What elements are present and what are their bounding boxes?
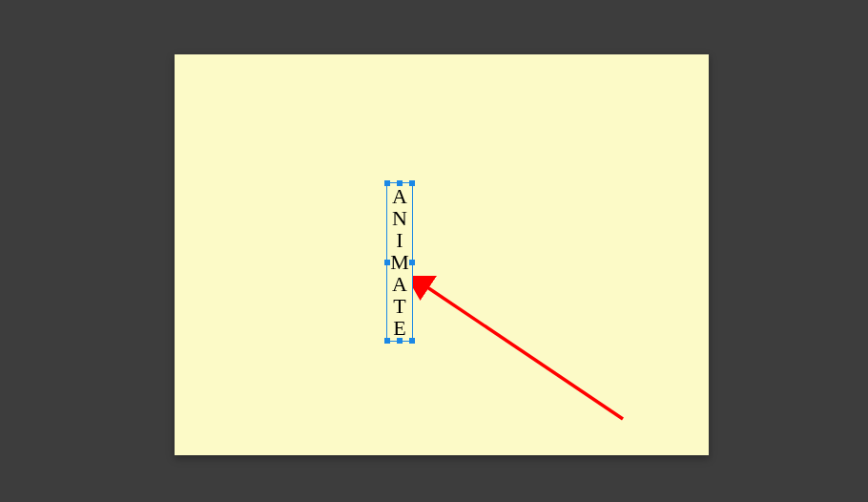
resize-handle-top-mid[interactable]: [397, 180, 403, 186]
resize-handle-top-right[interactable]: [409, 180, 415, 186]
text-frame-animate[interactable]: A N I M A T E: [386, 182, 413, 342]
resize-handle-top-left[interactable]: [384, 180, 390, 186]
text-letter: A: [389, 185, 410, 207]
text-letter: N: [389, 207, 410, 229]
stage-canvas[interactable]: A N I M A T E: [175, 54, 709, 455]
resize-handle-bottom-mid[interactable]: [397, 338, 403, 344]
resize-handle-bottom-left[interactable]: [384, 338, 390, 344]
text-letter: M: [389, 251, 410, 273]
text-letter: T: [389, 295, 410, 317]
text-letter: I: [389, 229, 410, 251]
annotation-arrow-icon: [413, 276, 632, 429]
svg-line-0: [424, 285, 623, 419]
resize-handle-bottom-right[interactable]: [409, 338, 415, 344]
text-letter: A: [389, 273, 410, 295]
resize-handle-mid-left[interactable]: [384, 260, 390, 265]
text-letter: E: [389, 317, 410, 339]
resize-handle-mid-right[interactable]: [409, 260, 415, 265]
